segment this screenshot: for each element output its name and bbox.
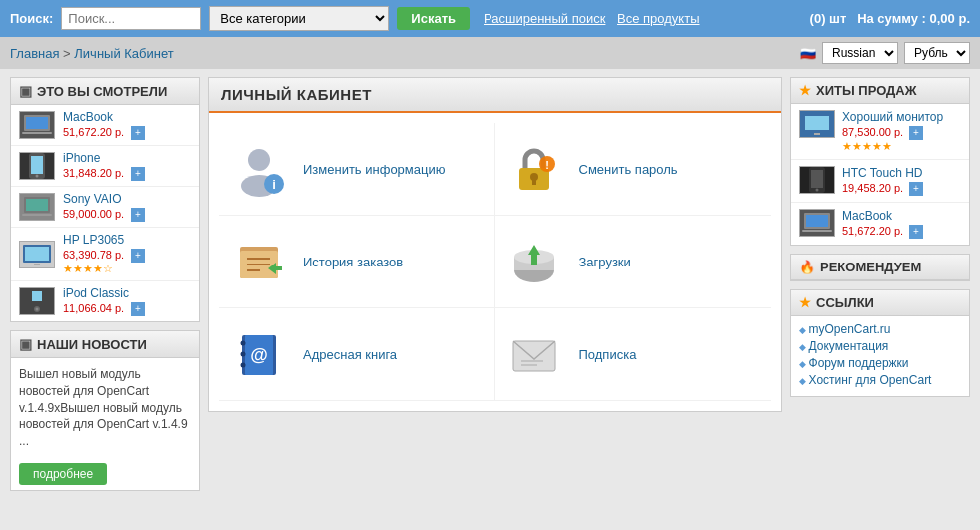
hits-title: ХИТЫ ПРОДАЖ (816, 83, 916, 98)
svg-rect-2 (22, 132, 52, 134)
currency-select[interactable]: Рубль (904, 42, 970, 64)
more-button[interactable]: подробнее (19, 463, 107, 485)
cabinet-item-profile: i Изменить информацию (219, 123, 495, 216)
ipod-img (19, 287, 55, 315)
all-products-link[interactable]: Все продукты (617, 11, 699, 26)
htc-add-btn[interactable]: + (909, 182, 923, 196)
download-icon (505, 232, 565, 291)
monitor-img (799, 110, 835, 138)
search-label: Поиск: (10, 11, 53, 26)
center-content: ЛИЧНЫЙ КАБИНЕТ i Изменить и (208, 77, 782, 499)
vaio-link[interactable]: Sony VAIO (63, 192, 145, 206)
svg-text:!: ! (545, 159, 549, 171)
vaio-price: 59,000.00 р. (63, 208, 124, 220)
svg-rect-52 (802, 230, 832, 232)
hp-info: HP LP3065 63,390.78 р. + ★★★★☆ (63, 233, 145, 275)
iphone-add-btn[interactable]: + (131, 167, 145, 181)
macbook2-info: MacBook 51,672.20 р. + (842, 209, 923, 239)
link-docs[interactable]: Документация (799, 339, 961, 353)
hp-link[interactable]: HP LP3065 (63, 233, 145, 247)
link-forum[interactable]: Форум поддержки (799, 356, 961, 370)
subscribe-link[interactable]: Подписка (579, 347, 637, 362)
cart-total-label: На сумму : (857, 11, 926, 26)
recently-viewed-box: ▣ ЭТО ВЫ СМОТРЕЛИ MacBook 51,672.20 р. + (10, 77, 200, 322)
links-title: ССЫЛКИ (816, 295, 874, 310)
hits-star-icon: ★ (799, 83, 811, 98)
recommend-header: 🔥 РЕКОМЕНДУЕМ (791, 255, 969, 280)
macbook2-price: 51,672.20 р. (842, 225, 903, 237)
vaio-add-btn[interactable]: + (131, 208, 145, 222)
search-input[interactable] (61, 7, 201, 30)
profile-icon: i (229, 139, 289, 199)
monitor-info: Хороший монитор 87,530.00 р. + ★★★★★ (842, 110, 943, 153)
change-password-link[interactable]: Сменить пароль (579, 162, 678, 177)
macbook2-link[interactable]: MacBook (842, 209, 923, 223)
vaio-info: Sony VAIO 59,000.00 р. + (63, 192, 145, 222)
monitor-add-btn[interactable]: + (909, 126, 923, 140)
macbook2-img (799, 209, 835, 237)
news-box: ▣ НАШИ НОВОСТИ Вышел новый модуль новост… (10, 330, 200, 491)
ipod-link[interactable]: iPod Classic (63, 286, 145, 300)
news-content: Вышел новый модуль новостей для OpenCart… (11, 358, 199, 458)
subscribe-icon (505, 324, 565, 384)
news-text: Вышел новый модуль новостей для OpenCart… (19, 367, 188, 448)
hp-price: 63,390.78 р. (63, 249, 124, 261)
svg-point-37 (240, 340, 245, 345)
change-info-link[interactable]: Изменить информацию (303, 162, 445, 177)
svg-point-49 (816, 189, 819, 192)
htc-link[interactable]: HTC Touch HD (842, 166, 923, 180)
macbook-link[interactable]: MacBook (63, 110, 145, 124)
svg-rect-13 (32, 291, 42, 301)
hp-img (19, 241, 55, 268)
macbook2-add-btn[interactable]: + (909, 225, 923, 239)
link-hosting[interactable]: Хостинг для OpenCart (799, 373, 961, 387)
cart-total: 0,00 р. (930, 11, 970, 26)
lock-icon: ! (505, 139, 565, 199)
monitor-link[interactable]: Хороший монитор (842, 110, 943, 124)
news-icon: ▣ (19, 336, 32, 352)
language-select[interactable]: Russian (822, 42, 898, 64)
hp-add-btn[interactable]: + (131, 249, 145, 263)
iphone-link[interactable]: iPhone (63, 151, 145, 165)
hp-stars: ★★★★☆ (63, 263, 145, 275)
list-item: Sony VAIO 59,000.00 р. + (11, 187, 199, 228)
list-item: MacBook 51,672.20 р. + (11, 105, 199, 146)
top-bar: Поиск: Все категории Искать Расширенный … (0, 0, 980, 37)
cabinet-item-downloads: Загрузки (495, 216, 772, 308)
orders-icon (229, 232, 289, 291)
recommend-box: 🔥 РЕКОМЕНДУЕМ (790, 254, 970, 281)
address-icon: @ (229, 324, 289, 384)
orders-history-link[interactable]: История заказов (303, 255, 403, 269)
list-item: HP LP3065 63,390.78 р. + ★★★★☆ (11, 228, 199, 281)
breadcrumb-current[interactable]: Личный Кабинет (74, 46, 173, 61)
main-layout: ▣ ЭТО ВЫ СМОТРЕЛИ MacBook 51,672.20 р. + (0, 69, 980, 507)
macbook-price: 51,672.20 р. (63, 126, 124, 138)
ipod-add-btn[interactable]: + (131, 302, 145, 316)
category-select[interactable]: Все категории (209, 6, 389, 31)
list-item: Хороший монитор 87,530.00 р. + ★★★★★ (791, 104, 969, 160)
right-sidebar: ★ ХИТЫ ПРОДАЖ Хороший монитор 87,530.00 … (790, 77, 970, 499)
downloads-link[interactable]: Загрузки (579, 255, 631, 269)
svg-point-5 (36, 175, 39, 178)
address-book-link[interactable]: Адресная книга (303, 347, 397, 362)
svg-point-38 (240, 351, 245, 356)
links-header: ★ ССЫЛКИ (791, 290, 969, 316)
svg-rect-8 (22, 214, 52, 216)
iphone-img (19, 152, 55, 180)
svg-rect-48 (811, 170, 823, 188)
svg-rect-4 (31, 156, 43, 174)
links-box: myOpenCart.ru Документация Форум поддерж… (791, 316, 969, 396)
search-button[interactable]: Искать (397, 7, 470, 30)
macbook-add-btn[interactable]: + (131, 126, 145, 140)
cabinet-item-address: @ Адресная книга (219, 308, 495, 401)
breadcrumb-home[interactable]: Главная (10, 46, 59, 61)
svg-rect-51 (806, 215, 828, 227)
link-myopencart[interactable]: myOpenCart.ru (799, 322, 961, 336)
cabinet-item-password: ! Сменить пароль (495, 123, 772, 216)
monitor-stars: ★★★★★ (842, 140, 943, 153)
cabinet-header: ЛИЧНЫЙ КАБИНЕТ (209, 78, 781, 113)
cabinet-item-subscribe: Подписка (495, 308, 772, 401)
advanced-search-link[interactable]: Расширенный поиск (484, 11, 605, 26)
list-item: HTC Touch HD 19,458.20 р. + (791, 160, 969, 203)
iphone-info: iPhone 31,848.20 р. + (63, 151, 145, 181)
